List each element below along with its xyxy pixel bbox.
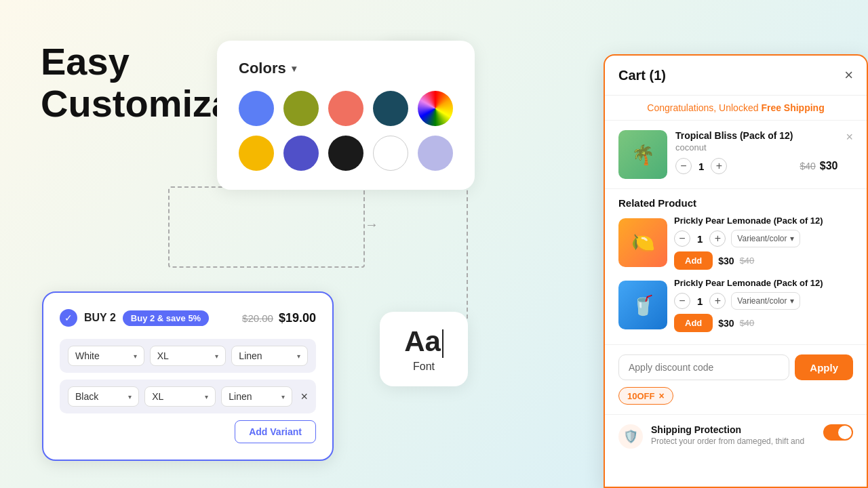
colors-header: Colors ▾ — [239, 60, 453, 77]
save-badge: Buy 2 & save 5% — [123, 310, 209, 326]
size-select-black[interactable]: XL ▾ — [144, 386, 216, 407]
shipping-protection-toggle[interactable] — [823, 424, 853, 441]
chevron-down-icon: ▾ — [297, 352, 300, 360]
price-new: $19.00 — [279, 311, 316, 325]
related-price-new-1: $30 — [718, 256, 734, 266]
color-rainbow[interactable] — [418, 91, 453, 126]
font-card-label: Font — [413, 361, 435, 373]
qty-increase-related-1[interactable]: + — [709, 230, 726, 247]
check-icon: ✓ — [60, 309, 77, 327]
cart-item-name-tropical: Tropical Bliss (Pack of 12) — [675, 130, 837, 141]
cart-close-icon[interactable]: × — [844, 66, 853, 84]
colors-card: Colors ▾ — [217, 41, 475, 190]
qty-control-related-1: − 1 + — [674, 230, 726, 247]
size-select-white[interactable]: XL ▾ — [150, 346, 226, 366]
cart-header: Cart (1) × — [605, 56, 867, 96]
protection-desc: Protect your order from dameged, thift a… — [651, 436, 815, 446]
add-related-2-button[interactable]: Add — [674, 314, 713, 332]
discount-tags: 10OFF × — [618, 387, 853, 405]
related-item-2: 🥤 Prickly Pear Lemonade (Pack of 12) − 1… — [618, 278, 853, 332]
color-black[interactable] — [328, 136, 363, 171]
delete-variant-icon[interactable]: × — [300, 390, 308, 404]
color-teal[interactable] — [373, 91, 408, 126]
related-title: Related Product — [618, 197, 853, 209]
discount-section: Apply 10OFF × — [605, 344, 867, 414]
qty-increase-button[interactable]: + — [711, 158, 727, 174]
qty-decrease-button[interactable]: − — [675, 158, 692, 174]
variant-row-black: Black ▾ XL ▾ Linen ▾ × — [60, 380, 316, 413]
chevron-down-icon: ▾ — [790, 296, 794, 306]
color-white[interactable] — [373, 136, 408, 171]
protection-title: Shipping Protection — [651, 424, 815, 435]
color-olive[interactable] — [283, 91, 319, 126]
cart-panel: Cart (1) × Congratulations, Unlocked Fre… — [604, 54, 868, 488]
protection-info: Shipping Protection Protect your order f… — [651, 424, 815, 446]
cart-item-image-tropical: 🌴 — [618, 130, 667, 179]
toggle-thumb — [838, 426, 852, 439]
qty-decrease-related-1[interactable]: − — [674, 230, 690, 247]
color-blue[interactable] — [239, 91, 274, 126]
related-price-old-1: $40 — [740, 256, 755, 266]
related-item-image-1: 🍋 — [618, 218, 667, 267]
discount-input[interactable] — [618, 354, 789, 380]
color-select-white[interactable]: White ▾ — [68, 346, 144, 366]
related-item-1: 🍋 Prickly Pear Lemonade (Pack of 12) − 1… — [618, 216, 853, 270]
shield-icon: 🛡️ — [618, 424, 643, 449]
related-price-new-2: $30 — [718, 318, 734, 329]
price-old: $20.00 — [242, 312, 273, 324]
variants-left: ✓ BUY 2 Buy 2 & save 5% — [60, 309, 209, 327]
cart-item-variant-tropical: coconut — [675, 142, 837, 152]
colors-title: Colors — [239, 60, 286, 77]
cart-item-close-icon[interactable]: × — [846, 130, 853, 144]
qty-control-related-2: − 1 + — [674, 293, 726, 309]
cart-price-new: $30 — [820, 160, 838, 172]
color-purple[interactable] — [283, 136, 319, 171]
discount-row: Apply — [618, 354, 853, 380]
price-group: $20.00 $19.00 — [242, 311, 316, 325]
shipping-protection-section: 🛡️ Shipping Protection Protect your orde… — [605, 414, 867, 458]
chevron-down-icon: ▾ — [205, 393, 208, 401]
variant-select-related-2[interactable]: Varieant/color ▾ — [731, 292, 800, 310]
apply-discount-button[interactable]: Apply — [795, 354, 853, 380]
qty-increase-related-2[interactable]: + — [709, 293, 726, 309]
free-shipping-banner: Congratulations, Unlocked Free Shipping — [605, 96, 867, 121]
variant-select-related-1[interactable]: Varieant/color ▾ — [731, 230, 800, 247]
buy-label: BUY 2 — [84, 312, 116, 324]
dashed-box — [168, 186, 365, 268]
cart-title: Cart (1) — [618, 68, 666, 83]
discount-tag-10off: 10OFF × — [618, 387, 673, 405]
cart-item-info-tropical: Tropical Bliss (Pack of 12) coconut − 1 … — [675, 130, 837, 174]
add-variant-button[interactable]: Add Variant — [235, 420, 316, 443]
related-item-controls-2: − 1 + Varieant/color ▾ — [674, 292, 853, 310]
quantity-control-tropical: − 1 + — [675, 158, 727, 174]
related-section: Related Product 🍋 Prickly Pear Lemonade … — [605, 189, 867, 344]
cart-item-tropical: 🌴 Tropical Bliss (Pack of 12) coconut − … — [605, 121, 867, 189]
free-shipping-bold: Free Shipping — [761, 102, 824, 113]
cart-item-controls-tropical: − 1 + $40 $30 — [675, 158, 837, 174]
cart-item-price: $40 $30 — [800, 160, 837, 172]
chevron-down-icon: ▾ — [134, 352, 137, 360]
variant-row-white: White ▾ XL ▾ Linen ▾ — [60, 339, 316, 373]
qty-value-related-1: 1 — [697, 233, 703, 245]
chevron-down-icon: ▾ — [281, 393, 285, 401]
chevron-down-icon: ▾ — [215, 352, 218, 360]
arrow-right-icon: → — [365, 217, 378, 232]
material-select-black[interactable]: Linen ▾ — [221, 386, 292, 407]
headline-line1: Easy — [41, 40, 130, 83]
font-icon: Aa — [404, 325, 443, 358]
color-salmon[interactable] — [328, 91, 363, 126]
color-lavender[interactable] — [418, 136, 453, 171]
chevron-down-icon: ▾ — [790, 234, 794, 243]
font-card[interactable]: Aa Font — [380, 312, 468, 386]
variants-card: ✓ BUY 2 Buy 2 & save 5% $20.00 $19.00 Wh… — [42, 291, 334, 461]
color-select-black[interactable]: Black ▾ — [68, 386, 139, 407]
color-yellow[interactable] — [239, 136, 274, 171]
add-related-1-button[interactable]: Add — [674, 251, 713, 270]
variants-header: ✓ BUY 2 Buy 2 & save 5% $20.00 $19.00 — [60, 309, 316, 327]
tag-close-icon[interactable]: × — [658, 390, 664, 401]
material-select-white[interactable]: Linen ▾ — [231, 346, 308, 366]
qty-value: 1 — [698, 161, 704, 172]
qty-decrease-related-2[interactable]: − — [674, 293, 690, 309]
related-item-info-2: Prickly Pear Lemonade (Pack of 12) − 1 +… — [674, 278, 853, 332]
related-item-name-1: Prickly Pear Lemonade (Pack of 12) — [674, 216, 853, 226]
